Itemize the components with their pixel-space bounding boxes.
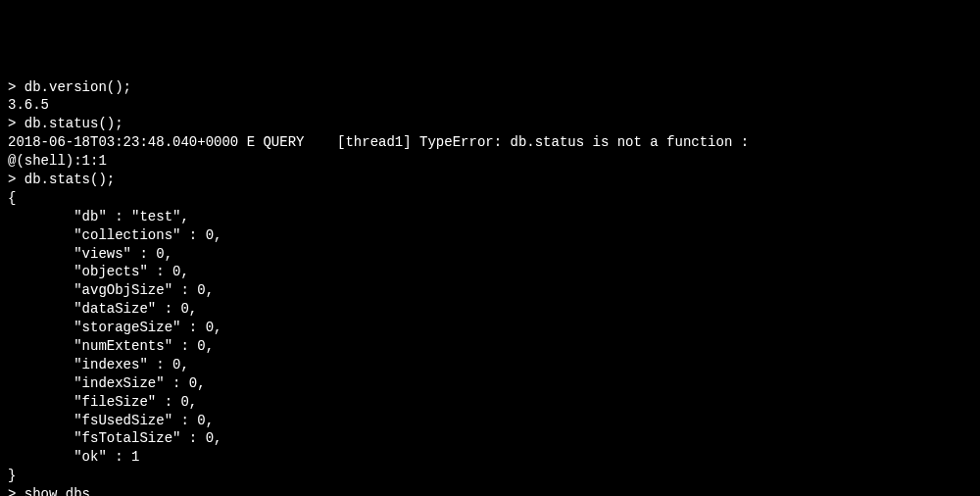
terminal-line: > db.version(); [8, 78, 972, 97]
terminal-output[interactable]: > db.version();3.6.5> db.status();2018-0… [8, 78, 972, 496]
terminal-line: "avgObjSize" : 0, [8, 281, 972, 300]
terminal-line: @(shell):1:1 [8, 152, 972, 171]
terminal-line: > db.stats(); [8, 171, 972, 189]
terminal-line: } [8, 467, 972, 485]
terminal-line: "views" : 0, [8, 245, 972, 264]
terminal-line: > show dbs [8, 485, 972, 496]
terminal-line: 3.6.5 [8, 96, 972, 115]
terminal-line: "storageSize" : 0, [8, 319, 972, 337]
terminal-line: 2018-06-18T03:23:48.040+0000 E QUERY [th… [8, 133, 972, 152]
terminal-line: "indexSize" : 0, [8, 374, 972, 393]
terminal-line: "numExtents" : 0, [8, 337, 972, 356]
terminal-line: "objects" : 0, [8, 263, 972, 281]
terminal-line: "fsTotalSize" : 0, [8, 429, 972, 448]
terminal-line: { [8, 189, 972, 208]
terminal-line: "fsUsedSize" : 0, [8, 412, 972, 430]
terminal-line: "indexes" : 0, [8, 356, 972, 374]
terminal-line: "fileSize" : 0, [8, 393, 972, 412]
terminal-line: "db" : "test", [8, 208, 972, 226]
terminal-line: "collections" : 0, [8, 226, 972, 245]
terminal-line: "ok" : 1 [8, 448, 972, 467]
terminal-line: "dataSize" : 0, [8, 300, 972, 319]
terminal-line: > db.status(); [8, 115, 972, 133]
